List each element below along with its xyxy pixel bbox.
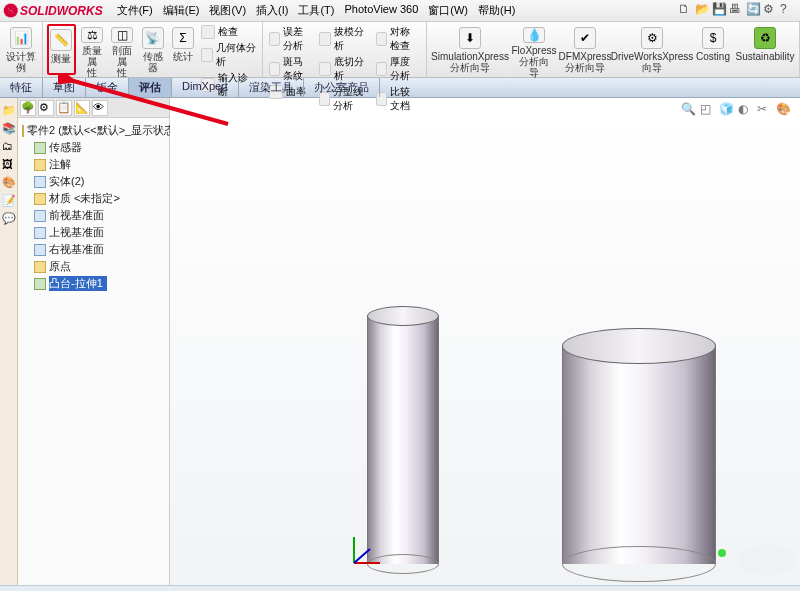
fm-tab-config-icon[interactable]: 📋 [56,100,72,116]
quick-access-toolbar: 🗋 📂 💾 🖶 🔄 ⚙ ? [678,2,794,16]
status-bar [0,585,800,591]
feature-manager-tabs: 🌳 ⚙ 📋 📐 👁 [18,98,169,118]
tree-right-plane[interactable]: 右视基准面 [22,241,165,258]
menu-file[interactable]: 文件(F) [113,1,157,20]
cylinder-large[interactable] [562,346,716,564]
title-bar: 🅢SOLIDWORKS 文件(F) 编辑(E) 视图(V) 插入(I) 工具(T… [0,0,800,22]
menu-tools[interactable]: 工具(T) [294,1,338,20]
task-pane-bar: 📁 📚 🗂 🖼 🎨 📝 💬 [0,98,18,585]
tree-root-part[interactable]: 零件2 (默认<<默认>_显示状态 [22,122,165,139]
orientation-triad-icon [346,529,388,571]
menu-bar: 文件(F) 编辑(E) 视图(V) 插入(I) 工具(T) PhotoView … [113,1,520,20]
ribbon: 📊设计算例 📏测量 ⚖质量属性 ◫剖面属性 📡传感器 Σ统计 检查 几何体分析 … [0,22,800,78]
tree-top-plane[interactable]: 上视基准面 [22,224,165,241]
menu-photoview[interactable]: PhotoView 360 [341,1,423,20]
measure-button[interactable]: 📏测量 [47,24,76,75]
geometry-analysis-button[interactable]: 几何体分析 [199,40,258,70]
taskpane-resources-icon[interactable]: 📁 [2,104,16,118]
taskpane-file-explorer-icon[interactable]: 🗂 [2,140,16,154]
tab-sheetmetal[interactable]: 钣金 [86,78,129,97]
sustainability-button[interactable]: ♻Sustainability [735,24,795,75]
taskpane-custom-props-icon[interactable]: 📝 [2,194,16,208]
simulationxpress-button[interactable]: ⬇SimulationXpress分析向导 [431,24,509,75]
fm-tab-property-icon[interactable]: ⚙ [38,100,54,116]
fm-tab-display-icon[interactable]: 👁 [92,100,108,116]
view-orientation-icon[interactable]: 🧊 [719,102,735,118]
taskpane-view-palette-icon[interactable]: 🖼 [2,158,16,172]
driveworksxpress-button[interactable]: ⚙DriveWorksXpress向导 [613,24,691,75]
taskpane-design-library-icon[interactable]: 📚 [2,122,16,136]
open-icon[interactable]: 📂 [695,2,709,16]
tree-front-plane[interactable]: 前视基准面 [22,207,165,224]
svg-line-2 [354,549,370,563]
scene-icon[interactable]: 🎨 [776,102,792,118]
tree-annotations[interactable]: 注解 [22,156,165,173]
fm-tab-dimxpert-icon[interactable]: 📐 [74,100,90,116]
menu-insert[interactable]: 插入(I) [252,1,292,20]
menu-window[interactable]: 窗口(W) [424,1,472,20]
tab-evaluate[interactable]: 评估 [129,78,172,97]
tree-solid-bodies[interactable]: 实体(2) [22,173,165,190]
menu-view[interactable]: 视图(V) [205,1,250,20]
floxpress-button[interactable]: 💧FloXpress分析向导 [511,24,557,75]
watermark-icon [738,545,796,575]
deviation-analysis-button[interactable]: 误差分析 [267,24,315,54]
fm-tab-tree-icon[interactable]: 🌳 [20,100,36,116]
taskpane-appearances-icon[interactable]: 🎨 [2,176,16,190]
dfmxpress-button[interactable]: ✔DFMXpress分析向导 [559,24,611,75]
print-icon[interactable]: 🖶 [729,2,743,16]
tree-extrude1[interactable]: 凸台-拉伸1 [22,275,165,292]
tab-render[interactable]: 渲染工具 [239,78,304,97]
cylinder-small[interactable] [367,316,439,564]
save-icon[interactable]: 💾 [712,2,726,16]
check-button[interactable]: 检查 [199,24,258,40]
feature-manager-panel: 🌳 ⚙ 📋 📐 👁 零件2 (默认<<默认>_显示状态 传感器 注解 实体(2)… [18,98,170,585]
section-view-icon[interactable]: ✂ [757,102,773,118]
taskpane-forum-icon[interactable]: 💬 [2,212,16,226]
feature-tree: 零件2 (默认<<默认>_显示状态 传感器 注解 实体(2) 材质 <未指定> … [18,118,169,296]
view-toolbar: 🔍 ◰ 🧊 ◐ ✂ 🎨 [681,102,792,118]
tab-sketch[interactable]: 草图 [43,78,86,97]
menu-edit[interactable]: 编辑(E) [159,1,204,20]
symmetry-check-button[interactable]: 对称检查 [374,24,422,54]
draft-analysis-button[interactable]: 拔模分析 [317,24,373,54]
thickness-analysis-button[interactable]: 厚度分析 [374,54,422,84]
display-style-icon[interactable]: ◐ [738,102,754,118]
statistics-button[interactable]: Σ统计 [169,24,197,75]
tree-sensors[interactable]: 传感器 [22,139,165,156]
selection-handle-icon[interactable] [718,549,726,557]
options-icon[interactable]: ⚙ [763,2,777,16]
section-properties-button[interactable]: ◫剖面属性 [108,24,136,75]
mass-properties-button[interactable]: ⚖质量属性 [78,24,106,75]
compare-documents-button[interactable]: 比较文档 [374,84,422,114]
tab-features[interactable]: 特征 [0,78,43,97]
app-logo: 🅢SOLIDWORKS [4,3,103,19]
tab-dimxpert[interactable]: DimXpert [172,78,239,97]
graphics-viewport[interactable] [170,118,800,585]
menu-help[interactable]: 帮助(H) [474,1,519,20]
tab-office[interactable]: 办公室产品 [304,78,380,97]
sensor-button[interactable]: 📡传感器 [138,24,166,75]
tree-origin[interactable]: 原点 [22,258,165,275]
rebuild-icon[interactable]: 🔄 [746,2,760,16]
tree-material[interactable]: 材质 <未指定> [22,190,165,207]
help-icon[interactable]: ? [780,2,794,16]
zoom-area-icon[interactable]: ◰ [700,102,716,118]
new-icon[interactable]: 🗋 [678,2,692,16]
design-study-button[interactable]: 📊设计算例 [4,24,38,75]
costing-button[interactable]: $Costing [693,24,733,75]
zoom-fit-icon[interactable]: 🔍 [681,102,697,118]
